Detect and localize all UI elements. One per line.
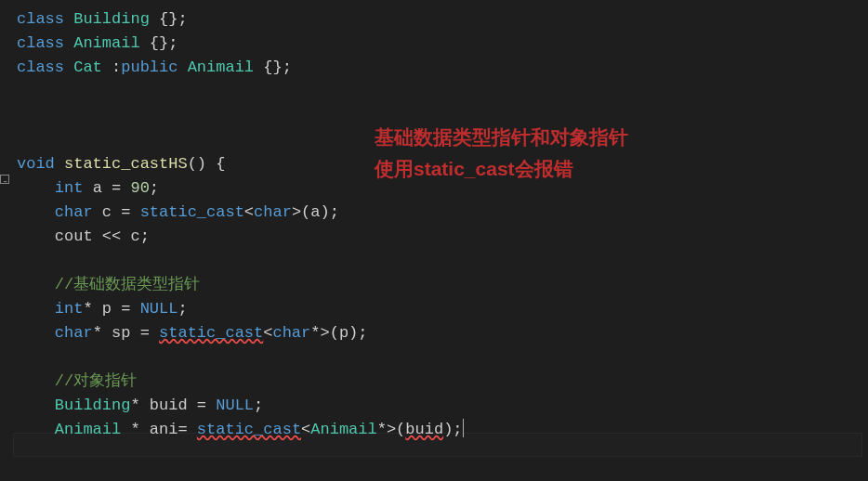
semicolon: ; [358, 324, 367, 342]
empty-line [7, 249, 868, 273]
keyword: public [121, 58, 178, 76]
cast-keyword-error: static_cast [159, 324, 263, 342]
type: char [254, 203, 292, 221]
semicolon: ; [178, 300, 187, 318]
angle: > [320, 324, 329, 342]
keyword: class [17, 58, 64, 76]
comment: //对象指针 [55, 372, 137, 390]
braces: {} [150, 34, 168, 52]
code-line[interactable]: //对象指针 [7, 370, 868, 394]
empty-line [7, 345, 868, 370]
argument: p [339, 324, 349, 342]
variable: sp [112, 324, 130, 342]
variable: ani [150, 421, 178, 438]
parens: () [188, 155, 206, 173]
keyword: class [17, 34, 64, 52]
pointer: * [310, 324, 320, 342]
variable: c [102, 203, 112, 221]
annotation-line: 基础数据类型指针和对象指针 [375, 122, 628, 153]
operator: = [121, 203, 130, 221]
operator: << [102, 228, 121, 245]
argument: a [310, 203, 320, 221]
function-name: static_castHS [64, 155, 188, 173]
code-line[interactable]: class Building {}; [7, 7, 868, 32]
angle: < [301, 421, 310, 438]
class-name: Building [73, 10, 150, 28]
variable: a [93, 179, 102, 197]
annotation-line: 使用static_cast会报错 [375, 153, 628, 185]
operator: = [178, 421, 187, 438]
braces: {} [159, 10, 178, 28]
keyword: class [17, 10, 64, 28]
object: cout [55, 228, 93, 245]
angle: < [244, 203, 254, 221]
code-line[interactable]: class Animail {}; [7, 32, 868, 56]
type: char [55, 203, 93, 221]
text-cursor [463, 419, 464, 437]
pointer: * [130, 396, 139, 414]
angle: > [292, 203, 301, 221]
paren: ( [301, 203, 310, 221]
type: int [55, 300, 84, 318]
paren: ) [443, 421, 453, 438]
code-line[interactable]: Animail * ani= static_cast<Animail*>(bui… [7, 418, 868, 442]
paren: ) [349, 324, 358, 342]
code-line[interactable]: int* p = NULL; [7, 297, 868, 321]
operator: = [140, 324, 150, 342]
semicolon: ; [283, 58, 292, 76]
variable: p [102, 300, 112, 318]
empty-line [7, 80, 868, 104]
class-name: Animail [188, 58, 254, 76]
paren: ( [330, 324, 339, 342]
variable: buid [150, 396, 188, 414]
type: char [55, 324, 93, 342]
semicolon: ; [140, 228, 150, 245]
argument-error: buid [405, 421, 443, 438]
angle: > [387, 421, 396, 438]
cast-keyword: static_cast [140, 203, 244, 221]
code-line[interactable]: class Cat :public Animail {}; [7, 56, 868, 80]
semicolon: ; [254, 396, 263, 414]
semicolon: ; [150, 179, 159, 197]
class-name: Cat [73, 58, 102, 76]
pointer: * [93, 324, 102, 342]
type: int [55, 179, 84, 197]
type: char [272, 324, 310, 342]
brace: { [216, 155, 225, 173]
semicolon: ; [178, 10, 187, 28]
paren: ) [320, 203, 329, 221]
comment: //基础数据类型指针 [55, 276, 200, 293]
number: 90 [130, 179, 149, 197]
class-name: Building [55, 396, 131, 414]
code-editor[interactable]: class Building {}; class Animail {}; cla… [0, 0, 868, 442]
operator: = [197, 396, 206, 414]
class-name: Animail [73, 34, 139, 52]
colon: : [112, 58, 121, 76]
code-line[interactable]: Building* buid = NULL; [7, 394, 868, 418]
annotation-text: 基础数据类型指针和对象指针 使用static_cast会报错 [375, 122, 628, 185]
code-line[interactable]: char* sp = static_cast<char*>(p); [7, 321, 868, 345]
class-name: Animail [55, 421, 121, 438]
keyword: void [17, 155, 55, 173]
null-literal: NULL [140, 300, 178, 318]
braces: {} [263, 58, 282, 76]
code-line[interactable]: //基础数据类型指针 [7, 273, 868, 297]
pointer: * [130, 421, 139, 438]
operator: = [121, 300, 130, 318]
angle: < [263, 324, 272, 342]
pointer: * [83, 300, 92, 318]
class-name: Animail [310, 421, 376, 438]
pointer: * [377, 421, 387, 438]
semicolon: ; [168, 34, 178, 52]
null-literal: NULL [216, 396, 254, 414]
semicolon: ; [330, 203, 339, 221]
code-line[interactable]: char c = static_cast<char>(a); [7, 201, 868, 225]
paren: ( [396, 421, 405, 438]
cast-keyword-error: static_cast [197, 421, 301, 438]
variable: c [130, 228, 139, 245]
operator: = [112, 179, 121, 197]
semicolon: ; [453, 421, 462, 438]
code-line[interactable]: cout << c; [7, 225, 868, 249]
